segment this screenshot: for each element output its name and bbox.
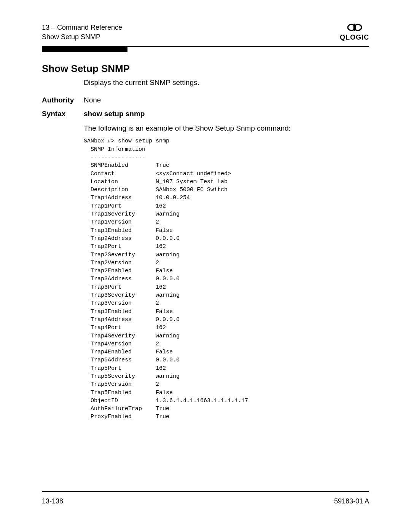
page-number: 13-138 — [42, 497, 63, 505]
syntax-intro: The following is an example of the Show … — [84, 124, 369, 133]
header-left: 13 – Command Reference Show Setup SNMP — [42, 23, 122, 42]
syntax-label: Syntax — [42, 110, 84, 118]
logo-icon — [346, 23, 363, 33]
logo: QLOGIC — [340, 23, 369, 41]
syntax-section-header: Syntax show setup snmp — [42, 110, 369, 122]
authority-label: Authority — [42, 96, 84, 104]
page-header: 13 – Command Reference Show Setup SNMP Q… — [42, 23, 369, 42]
description-text: Displays the current SNMP settings. — [84, 78, 369, 87]
syntax-command: show setup snmp — [84, 110, 145, 118]
doc-number: 59183-01 A — [334, 497, 369, 505]
header-chapter: 13 – Command Reference — [42, 23, 122, 32]
authority-section: Authority None — [42, 96, 369, 104]
footer-rule — [42, 491, 369, 492]
cli-output: SANbox #> show setup snmp SNMP Informati… — [84, 137, 369, 421]
page-title: Show Setup SNMP — [42, 63, 369, 75]
authority-value: None — [84, 96, 101, 104]
tab-marker — [42, 47, 127, 52]
logo-text: QLOGIC — [340, 34, 369, 41]
header-section: Show Setup SNMP — [42, 32, 122, 42]
page-footer: 13-138 59183-01 A — [42, 491, 369, 505]
